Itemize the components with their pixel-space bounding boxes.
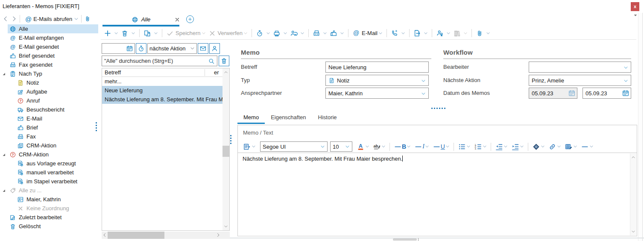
new-button[interactable] (102, 29, 120, 38)
list-header[interactable]: Betreff er (102, 68, 229, 77)
close-button[interactable]: x (631, 2, 639, 11)
scroll-up-icon[interactable] (631, 155, 635, 159)
call-button[interactable] (389, 29, 407, 38)
scroll-down-icon[interactable] (224, 224, 228, 229)
insert-link-button[interactable] (547, 142, 563, 152)
sidebar-item[interactable]: Keine Zuordnung (0, 204, 98, 213)
list-horizontal-scrollbar[interactable] (102, 232, 230, 239)
expander-icon[interactable] (2, 72, 6, 76)
sidebar-splitter-handle[interactable] (96, 122, 97, 131)
highlight-color-button[interactable] (371, 142, 387, 152)
send-letter-button[interactable] (328, 29, 345, 38)
convert-button[interactable] (142, 29, 159, 38)
attachment-button[interactable] (474, 29, 492, 38)
detail-tab[interactable]: Historie (312, 112, 343, 124)
sidebar-item[interactable]: aus Vorlage erzeugt (0, 159, 98, 168)
font-color-button[interactable] (355, 142, 371, 152)
betreff-input[interactable]: Neue Lieferung (325, 62, 429, 73)
list-item[interactable]: Neue Lieferung (102, 86, 223, 95)
datum-input-2[interactable]: 05.09.23 (583, 88, 631, 99)
list-item[interactable]: mehr... (102, 77, 223, 86)
search-input[interactable]: "Alle" durchsuchen (Strg+E) (102, 56, 217, 66)
detail-tab[interactable]: Eigenschaften (265, 112, 312, 124)
date-filter-input[interactable] (102, 43, 135, 54)
bold-button[interactable]: B (392, 142, 413, 152)
fetch-emails-button[interactable]: @ E-Mails abrufen (25, 15, 79, 23)
bottom-splitter-handle[interactable] (393, 238, 417, 241)
email-button[interactable]: E-Mail (351, 29, 384, 38)
save-button[interactable]: Speichern (165, 29, 207, 38)
sidebar-item[interactable]: Alle (0, 24, 98, 33)
scroll-up-icon[interactable] (224, 70, 228, 74)
sidebar-item[interactable]: Notiz (0, 78, 98, 87)
tab-close-icon[interactable] (174, 17, 180, 23)
sidebar-item[interactable]: Gelöscht (0, 222, 98, 231)
export-document-button[interactable] (412, 29, 429, 38)
memo-text-editor[interactable]: Nächste Lieferung am 8. September. Mit F… (238, 153, 637, 236)
scroll-down-icon[interactable] (631, 229, 635, 234)
sidebar-item[interactable]: Zuletzt bearbeitet (0, 213, 98, 222)
new-tab-button[interactable] (186, 15, 194, 23)
assign-person-button[interactable] (289, 29, 306, 38)
reminder-filter-button[interactable] (136, 43, 146, 54)
sidebar-item[interactable]: E-Mail (0, 114, 98, 123)
ansprechpartner-select[interactable]: Maier, Kathrin (325, 88, 429, 99)
bullet-list-button[interactable] (456, 142, 472, 152)
reminder-button[interactable] (255, 29, 272, 38)
sidebar-item[interactable]: Fax (0, 132, 98, 141)
naechste-aktion-select[interactable]: Prinz, Amelie (529, 75, 631, 86)
sidebar-item[interactable]: manuell verarbeitet (0, 168, 98, 177)
sidebar-item[interactable]: Fax gesendet (0, 60, 98, 69)
contact-permission-button[interactable] (435, 29, 452, 38)
italic-button[interactable]: I (413, 142, 431, 152)
forward-icon[interactable] (11, 16, 17, 22)
delete-button[interactable] (120, 29, 137, 38)
bearbeiter-select[interactable] (529, 62, 631, 73)
email-filter-button[interactable] (198, 43, 208, 54)
indent-button[interactable] (509, 142, 526, 152)
font-size-select[interactable]: 10 (330, 141, 352, 152)
scroll-left-icon[interactable] (102, 233, 107, 237)
form-splitter-handle[interactable] (431, 108, 445, 109)
sidebar-item[interactable]: E-Mail empfangen (0, 33, 98, 42)
datum-input-1[interactable]: 05.09.23 (529, 88, 577, 99)
insert-image-button[interactable] (530, 142, 547, 152)
insert-textblock-button[interactable] (241, 142, 258, 152)
insert-table-button[interactable] (563, 142, 579, 152)
calendar-icon[interactable] (568, 89, 576, 97)
sidebar-item[interactable]: E-Mail gesendet (0, 42, 98, 51)
typ-select[interactable]: Notiz (325, 75, 429, 86)
clear-search-button[interactable] (219, 56, 229, 66)
underline-button[interactable]: U (431, 142, 451, 152)
archive-button[interactable] (452, 29, 469, 38)
sidebar-item[interactable]: CRM-Aktion (0, 141, 98, 150)
calendar-icon[interactable] (126, 45, 133, 52)
list-item[interactable]: Nächste Lieferung am 8. September. Mit F… (102, 95, 223, 104)
outdent-button[interactable] (493, 142, 509, 152)
sidebar-item[interactable]: Alle zu ... (0, 186, 98, 195)
expander-icon[interactable] (2, 188, 6, 193)
next-action-select[interactable]: nächste Aktion (147, 43, 197, 54)
sidebar-item[interactable]: Brief gesendet (0, 51, 98, 60)
list-splitter-handle[interactable] (230, 135, 231, 144)
scroll-right-icon[interactable] (216, 233, 220, 237)
column-divider[interactable] (205, 69, 205, 76)
numbered-list-button[interactable] (472, 142, 489, 152)
print-letter-button[interactable] (272, 29, 289, 38)
sidebar-item[interactable]: CRM-Aktion (0, 150, 98, 159)
scrollbar-thumb[interactable] (108, 232, 164, 239)
back-icon[interactable] (3, 16, 9, 22)
sidebar-item[interactable]: Aufgabe (0, 87, 98, 96)
tab-alle[interactable]: Alle (102, 14, 179, 25)
person-filter-button[interactable] (209, 43, 220, 54)
paperclip-icon[interactable] (84, 15, 91, 22)
sidebar-item[interactable]: Besuchsbericht (0, 105, 98, 114)
sidebar-item[interactable]: im Stapel verarbeitet (0, 177, 98, 186)
horizontal-rule-button[interactable] (579, 142, 595, 152)
window-scrollbar[interactable] (638, 13, 643, 241)
list-vertical-scrollbar[interactable] (222, 68, 229, 230)
font-family-select[interactable]: Segoe UI (260, 141, 328, 152)
expander-icon[interactable] (2, 153, 6, 157)
sidebar-item[interactable]: Nach Typ (0, 69, 98, 78)
editor-vertical-scrollbar[interactable] (630, 153, 636, 235)
